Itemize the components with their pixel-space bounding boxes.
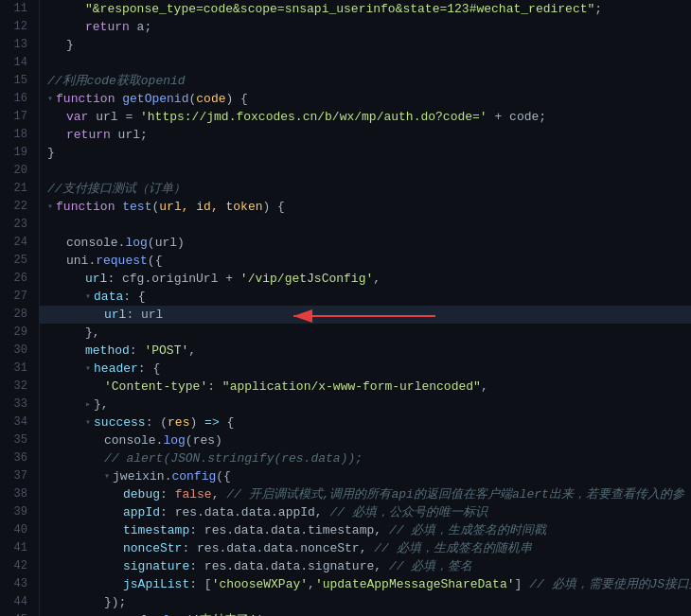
punct-token: ) { bbox=[263, 198, 285, 216]
prop-token: jsApiList bbox=[123, 575, 189, 593]
fold-icon[interactable]: ▾ bbox=[85, 288, 91, 306]
plain-token: url bbox=[155, 234, 177, 252]
punct-token: : bbox=[146, 414, 153, 431]
fn-token: log bbox=[163, 431, 185, 449]
punct-token: : bbox=[130, 342, 137, 360]
param-token: url, id, token bbox=[159, 198, 262, 216]
prop-token: nonceStr bbox=[123, 539, 182, 557]
line-number: 34 bbox=[8, 414, 27, 431]
line-number: 42 bbox=[8, 557, 27, 575]
code-line: url: url bbox=[40, 306, 691, 324]
line-number: 43 bbox=[8, 575, 27, 593]
prop-token: appId bbox=[123, 503, 160, 521]
code-line: ▾data: { bbox=[40, 288, 691, 306]
prop-token: url bbox=[85, 270, 107, 288]
punct-token: , bbox=[481, 378, 488, 396]
code-line: var url = 'https://jmd.foxcodes.cn/b/wx/… bbox=[40, 108, 691, 126]
line-number: 22 bbox=[8, 198, 27, 216]
fold-close-icon[interactable]: ▸ bbox=[85, 396, 91, 414]
plain-token: ) bbox=[189, 414, 204, 431]
code-line: console.log('支付来了') bbox=[40, 611, 691, 616]
punct-token: } bbox=[66, 36, 74, 54]
comment-token: // 开启调试模式,调用的所有api的返回值在客户端alert出来，若要查看传入… bbox=[219, 485, 683, 503]
str-token: 'POST' bbox=[144, 342, 188, 360]
punct-token: } bbox=[47, 144, 55, 162]
line-number: 12 bbox=[8, 18, 27, 36]
code-line: //利用code获取openid bbox=[40, 72, 691, 90]
prop-token: timestamp bbox=[123, 521, 189, 539]
code-line: appId: res.data.data.appId, // 必填，公众号的唯一… bbox=[40, 503, 691, 521]
fold-icon[interactable]: ▾ bbox=[85, 360, 91, 378]
code-line bbox=[40, 54, 691, 72]
param-token: res bbox=[168, 414, 189, 431]
punct-token: : bbox=[189, 557, 197, 575]
kw-token: var bbox=[66, 108, 88, 126]
prop-token: method bbox=[85, 342, 130, 360]
plain-token: ( bbox=[152, 414, 168, 431]
plain-token: uni. bbox=[66, 252, 96, 270]
line-number: 33 bbox=[8, 396, 27, 414]
line-number: 20 bbox=[8, 162, 27, 180]
plain-token: + code; bbox=[487, 108, 546, 126]
line-number: 26 bbox=[8, 270, 27, 288]
arrow-token: => bbox=[204, 414, 220, 431]
str-token: 'updateAppMessageShareData' bbox=[315, 575, 515, 593]
punct-token: ) bbox=[215, 431, 222, 449]
code-line: "&response_type=code&scope=snsapi_userin… bbox=[40, 0, 691, 18]
kw-token: function bbox=[56, 198, 115, 216]
code-line: console.log(res) bbox=[40, 431, 691, 449]
kw-token: return bbox=[66, 126, 111, 144]
line-number: 38 bbox=[8, 485, 27, 503]
punct-token: : bbox=[189, 575, 197, 593]
fn-token: config bbox=[171, 467, 216, 485]
line-number: 31 bbox=[8, 360, 27, 378]
comment-token: // 必填，生成签名的随机串 bbox=[366, 539, 531, 557]
kw-token: return bbox=[85, 18, 130, 36]
code-line: }, bbox=[40, 324, 691, 342]
line-number: 37 bbox=[8, 467, 27, 485]
line-numbers: 1112131415161718192021222324252627282930… bbox=[0, 0, 40, 616]
line-number: 21 bbox=[8, 180, 27, 198]
plain-token bbox=[137, 342, 145, 360]
punct-token: : bbox=[107, 270, 115, 288]
plain-token: res.data.data.appId, bbox=[168, 503, 323, 521]
code-line: nonceStr: res.data.data.nonceStr, // 必填，… bbox=[40, 539, 691, 557]
line-number: 18 bbox=[8, 126, 27, 144]
punct-token: ({ bbox=[148, 252, 163, 270]
param-token: code bbox=[196, 90, 225, 108]
comment-token: //利用code获取openid bbox=[47, 72, 186, 90]
punct-token: : bbox=[160, 503, 168, 521]
fold-icon[interactable]: ▾ bbox=[85, 414, 91, 431]
comment-token: //支付接口测试（订单） bbox=[47, 180, 186, 198]
plain-token: cfg.originUrl + bbox=[115, 270, 240, 288]
code-line: jsApiList: ['chooseWXPay','updateAppMess… bbox=[40, 575, 691, 593]
line-number: 44 bbox=[8, 593, 27, 611]
code-line: return a; bbox=[40, 18, 691, 36]
punct-token: , bbox=[308, 575, 315, 593]
plain-token: res.data.data.timestamp, bbox=[197, 521, 381, 539]
comment-token: // alert(JSON.stringify(res.data)); bbox=[104, 449, 363, 467]
fn-token: test bbox=[122, 198, 151, 216]
line-number: 14 bbox=[8, 54, 27, 72]
fold-icon[interactable]: ▾ bbox=[47, 90, 53, 108]
punct-token: ; bbox=[594, 0, 602, 18]
code-line: signature: res.data.data.signature, // 必… bbox=[40, 557, 691, 575]
code-line: debug: false, // 开启调试模式,调用的所有api的返回值在客户端… bbox=[40, 485, 691, 503]
str-token: 'chooseWXPay' bbox=[212, 575, 308, 593]
punct-token: ({ bbox=[216, 467, 231, 485]
fn-token: log bbox=[163, 611, 185, 616]
kw-token: function bbox=[56, 90, 115, 108]
punct-token: , bbox=[212, 485, 220, 503]
fn-token: getOpenid bbox=[122, 90, 188, 108]
code-line: } bbox=[40, 36, 691, 54]
code-area: 1112131415161718192021222324252627282930… bbox=[0, 0, 691, 616]
punct-token: ( bbox=[148, 234, 155, 252]
code-content[interactable]: "&response_type=code&scope=snsapi_userin… bbox=[40, 0, 691, 616]
method-token: console bbox=[66, 234, 118, 252]
fold-icon[interactable]: ▾ bbox=[47, 198, 53, 216]
fold-icon[interactable]: ▾ bbox=[104, 467, 110, 485]
punct-token: . bbox=[118, 234, 126, 252]
line-number: 40 bbox=[8, 521, 27, 539]
punct-token: ) { bbox=[226, 90, 248, 108]
code-line: } bbox=[40, 144, 691, 162]
